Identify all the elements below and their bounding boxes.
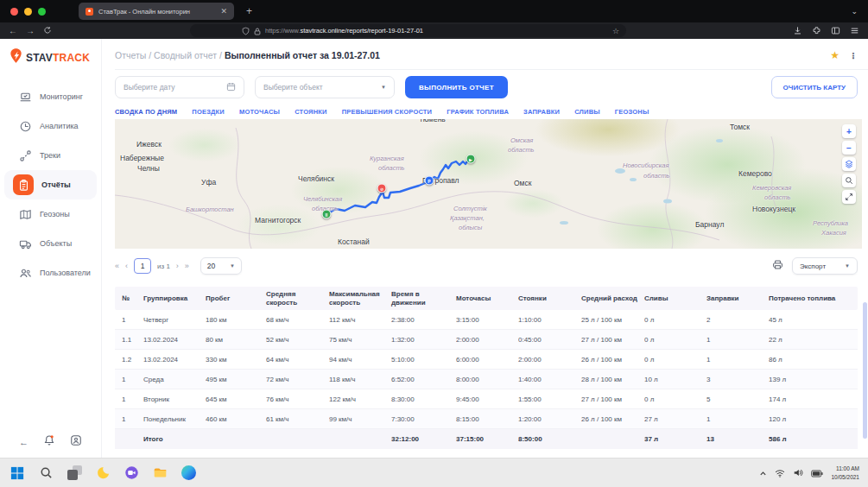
column-header: Время в движении [391, 290, 456, 306]
table-cell: 13.02.2024 [143, 356, 206, 364]
page-size-select[interactable]: 20 ▼ [200, 257, 242, 275]
sidebar-item-users[interactable]: Пользователи [4, 258, 97, 288]
tray-chevron-up-icon[interactable] [759, 465, 767, 481]
sidebar-item-objects[interactable]: Объекты [4, 229, 97, 258]
current-page-input[interactable]: 1 [134, 258, 151, 274]
header-divider [115, 69, 868, 70]
forward-button[interactable]: → [26, 27, 35, 35]
search-button[interactable] [842, 174, 856, 187]
map[interactable]: ТюменьИжевскНабережныеЧелныТатарстанУфаБ… [115, 119, 862, 249]
zoom-in-button[interactable]: + [842, 124, 856, 138]
date-input[interactable]: Выберите дату [115, 76, 244, 98]
zoom-out-button[interactable]: − [842, 141, 856, 155]
layers-button[interactable] [842, 157, 856, 171]
url-bar[interactable]: https://www.stavtrack.online/reports/rep… [190, 24, 626, 37]
chat-app-icon[interactable] [123, 465, 140, 482]
table-cell: 68 км/ч [266, 316, 329, 324]
fullscreen-button[interactable] [842, 190, 856, 204]
sidebar-panel-icon[interactable] [831, 23, 840, 39]
table-cell: 330 км [206, 356, 266, 364]
table-row[interactable]: 1Понедельник460 км61 км/ч99 км/ч7:30:008… [115, 409, 858, 429]
sidebar-item-label: Аналитика [40, 122, 79, 130]
start-marker[interactable]: ▶ [466, 155, 476, 164]
object-select[interactable]: Выберите объект ▼ [255, 76, 395, 98]
table-cell: 2:00:00 [518, 356, 581, 364]
table-cell: 2 [706, 316, 769, 324]
shield-icon [242, 23, 250, 39]
sidebar-item-monitoring[interactable]: Мониторинг [4, 82, 97, 111]
table-row[interactable]: 1Вторник645 км76 км/ч122 км/ч8:30:009:45… [115, 389, 858, 409]
reload-button[interactable] [43, 26, 52, 36]
map-label: Уфа [201, 178, 216, 187]
taskbar-search-icon[interactable] [37, 465, 54, 482]
battery-icon[interactable] [811, 465, 823, 481]
prev-page-button[interactable]: ‹ [125, 262, 128, 270]
sidebar-item-geozones[interactable]: Геозоны [4, 199, 97, 229]
last-page-button[interactable]: » [185, 262, 189, 270]
table-cell: 5:10:00 [391, 356, 456, 364]
collapse-sidebar-icon[interactable]: ← [19, 437, 29, 447]
close-window-button[interactable] [10, 8, 18, 16]
table-row[interactable]: 1.213.02.2024330 км64 км/ч94 км/ч5:10:00… [115, 350, 858, 370]
table-cell: Вторник [143, 395, 206, 403]
volume-icon[interactable] [793, 465, 803, 481]
page-scrollbar-thumb[interactable] [863, 302, 867, 439]
pause-marker[interactable]: II [322, 210, 332, 219]
parking-marker[interactable]: P [425, 176, 434, 186]
browser-tab[interactable]: СтавТрак - Онлайн мониторин ✕ [79, 3, 234, 20]
map-label: Хакасия [821, 229, 846, 237]
table-row[interactable]: 1Четверг180 км68 км/ч112 км/ч2:38:003:15… [115, 310, 858, 330]
sidebar-item-analytics[interactable]: Аналитика [4, 111, 97, 141]
event-marker[interactable]: ⊘ [377, 184, 387, 193]
maximize-window-button[interactable] [38, 8, 46, 16]
edge-browser-icon[interactable] [180, 465, 197, 482]
map-label: Барнаул [695, 220, 724, 229]
clock-time: 11:00 AM [831, 465, 859, 472]
map-label: Томск [730, 123, 750, 131]
clear-map-button[interactable]: ОЧИСТИТЬ КАРТУ [771, 76, 858, 98]
kebab-menu-icon[interactable]: ⋮ [849, 51, 858, 60]
run-report-button[interactable]: ВЫПОЛНИТЬ ОТЧЕТ [405, 76, 508, 98]
taskbar-clock[interactable]: 11:00 AM 10/05/2021 [831, 465, 859, 480]
map-label: область [764, 193, 791, 201]
table-row[interactable]: 1Среда495 км72 км/ч118 км/ч6:52:008:00:0… [115, 370, 858, 389]
sidebar-item-tracks[interactable]: Треки [4, 141, 97, 170]
profile-icon[interactable] [70, 434, 82, 450]
start-button-icon[interactable] [9, 465, 26, 482]
table-cell: 1 [706, 356, 769, 364]
table-cell: 1 [122, 376, 143, 383]
tab-list-chevron-icon[interactable]: ⌄ [851, 7, 858, 16]
report-controls: Выберите дату Выберите объект ▼ ВЫПОЛНИТ… [115, 76, 858, 98]
window-controls[interactable] [10, 8, 46, 16]
table-cell: 8:30:00 [391, 395, 456, 403]
file-explorer-icon[interactable] [151, 465, 168, 482]
table-cell: 139 л [769, 376, 858, 383]
notifications-bell-icon[interactable] [43, 434, 55, 450]
extensions-icon[interactable] [812, 23, 821, 39]
first-page-button[interactable]: « [115, 262, 119, 270]
table-cell: 1:40:00 [518, 376, 581, 383]
next-page-button[interactable]: › [176, 262, 179, 270]
moon-app-icon[interactable] [94, 465, 111, 482]
table-cell: 2:38:00 [391, 316, 456, 324]
print-icon[interactable] [772, 258, 783, 274]
new-tab-button[interactable]: + [246, 5, 252, 17]
table-row[interactable]: 1.113.02.202480 км52 км/ч75 км/ч1:32:002… [115, 330, 858, 350]
minimize-window-button[interactable] [24, 8, 32, 16]
sidebar-item-reports[interactable]: Отчёты [4, 170, 97, 199]
task-view-icon[interactable] [66, 465, 83, 482]
menu-hamburger-icon[interactable] [850, 23, 859, 39]
page-of-label: из 1 [157, 262, 170, 270]
bookmark-star-icon[interactable]: ☆ [612, 27, 619, 35]
table-cell: 120 л [769, 415, 858, 423]
table-cell: 22 л [769, 336, 858, 344]
wifi-icon[interactable] [775, 465, 785, 481]
favorite-star-icon[interactable]: ★ [830, 49, 839, 61]
stavtrack-logo[interactable]: STAVTRACK [0, 39, 101, 68]
main-content: Отчеты / Сводный отчет / Выполненный отч… [102, 39, 868, 458]
downloads-icon[interactable] [793, 23, 802, 39]
breadcrumb[interactable]: Отчеты / Сводный отчет / Выполненный отч… [115, 50, 380, 60]
export-select[interactable]: Экспорт ▼ [792, 257, 858, 275]
back-button[interactable]: ← [9, 27, 17, 35]
tab-close-icon[interactable]: ✕ [220, 7, 227, 16]
